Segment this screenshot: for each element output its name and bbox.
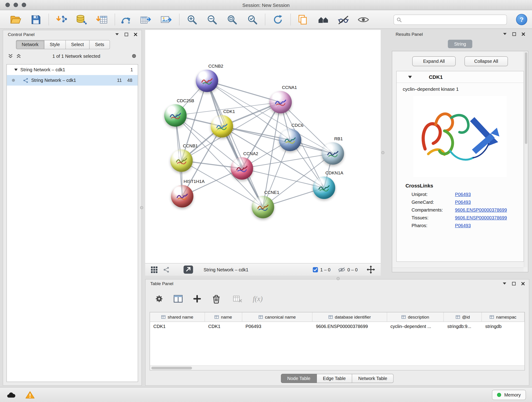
zoom-window-button[interactable] bbox=[22, 3, 26, 7]
tab-node-table[interactable]: Node Table bbox=[281, 374, 317, 383]
table-settings-gear-icon[interactable] bbox=[154, 293, 165, 304]
float-panel-icon[interactable] bbox=[123, 32, 129, 37]
zoom-in-button[interactable] bbox=[185, 12, 200, 27]
import-network-file-button[interactable] bbox=[54, 12, 69, 27]
import-network-database-button[interactable] bbox=[74, 12, 89, 27]
search-input[interactable] bbox=[404, 17, 504, 22]
crosslink-link[interactable]: P06493 bbox=[455, 192, 471, 197]
network-node-cdk1[interactable] bbox=[211, 115, 233, 138]
network-node-ccnb1[interactable] bbox=[170, 149, 193, 172]
grid-view-icon[interactable] bbox=[151, 266, 158, 273]
crosslink-link[interactable]: P06493 bbox=[455, 200, 471, 205]
close-panel-icon[interactable] bbox=[133, 32, 138, 37]
detach-view-button[interactable] bbox=[183, 265, 193, 274]
results-vertical-scrollbar[interactable] bbox=[524, 51, 527, 267]
network-node-rb1[interactable] bbox=[322, 142, 344, 165]
column-header-name[interactable]: name bbox=[205, 313, 242, 322]
add-column-plus-icon[interactable] bbox=[192, 293, 203, 304]
horizontal-splitter-handle[interactable] bbox=[336, 277, 340, 280]
network-row[interactable]: String Network – cdk1 11 48 bbox=[7, 75, 138, 85]
disclosure-triangle-icon[interactable] bbox=[14, 69, 18, 71]
left-splitter-handle[interactable] bbox=[140, 206, 143, 209]
export-network-button[interactable] bbox=[138, 12, 153, 27]
tab-network[interactable]: Network bbox=[16, 40, 44, 49]
search-box[interactable] bbox=[394, 15, 507, 25]
refresh-button[interactable] bbox=[270, 12, 285, 27]
import-table-button[interactable] bbox=[95, 12, 109, 27]
tab-sets[interactable]: Sets bbox=[89, 40, 110, 49]
zoom-selected-button[interactable] bbox=[245, 12, 260, 27]
function-builder-button[interactable]: f(x) bbox=[253, 294, 263, 303]
column-header-database-identifier[interactable]: database identifier bbox=[312, 313, 387, 322]
pan-crosshair-icon[interactable] bbox=[366, 265, 375, 274]
network-collection-row[interactable]: String Network – cdk1 1 bbox=[7, 64, 138, 75]
scrollbar-thumb[interactable] bbox=[151, 366, 192, 369]
network-node-cdc25b[interactable] bbox=[164, 104, 187, 127]
export-image-button[interactable] bbox=[158, 12, 173, 27]
help-button[interactable]: ? bbox=[516, 14, 527, 25]
collapse-panel-icon[interactable] bbox=[502, 31, 508, 37]
network-node-cdkn1a[interactable] bbox=[313, 177, 335, 199]
zoom-out-button[interactable] bbox=[205, 12, 220, 27]
open-session-button[interactable] bbox=[8, 12, 23, 27]
crosslink-link[interactable]: P06493 bbox=[455, 223, 471, 228]
network-small-icon[interactable] bbox=[163, 266, 170, 273]
table-row[interactable]: CDK1CDK1P064939606.ENSP00000378699cyclin… bbox=[150, 322, 525, 331]
copy-document-button[interactable] bbox=[295, 12, 310, 27]
network-node-ccna2[interactable] bbox=[231, 157, 253, 180]
disclosure-triangle-icon[interactable] bbox=[408, 76, 412, 78]
tab-string[interactable]: String bbox=[448, 40, 472, 48]
results-horizontal-scrollbar[interactable] bbox=[393, 268, 524, 272]
show-eye-button[interactable] bbox=[356, 12, 371, 27]
cloud-button[interactable] bbox=[5, 390, 17, 400]
tab-network-table[interactable]: Network Table bbox=[352, 374, 394, 383]
save-session-button[interactable] bbox=[28, 12, 43, 27]
gear-icon[interactable] bbox=[131, 53, 137, 59]
network-view-canvas[interactable]: CCNB2CCNA1CDC25BCDK1CDC6RB1CCNB1CCNA2CDK… bbox=[145, 30, 381, 263]
collapse-panel-icon[interactable] bbox=[502, 281, 507, 286]
column-header-namespac[interactable]: namespac bbox=[482, 313, 525, 322]
network-node-ccne1[interactable] bbox=[252, 196, 274, 218]
tab-edge-table[interactable]: Edge Table bbox=[317, 374, 352, 383]
collapse-all-button[interactable]: Collapse All bbox=[464, 56, 508, 66]
zoom-fit-button[interactable] bbox=[225, 12, 239, 27]
warnings-button[interactable] bbox=[24, 390, 36, 400]
network-node-ccna1[interactable] bbox=[269, 91, 292, 114]
column-header-description[interactable]: description bbox=[387, 313, 444, 322]
memory-button[interactable]: Memory bbox=[492, 390, 526, 400]
delete-column-trash-icon[interactable] bbox=[211, 293, 222, 304]
column-header-shared-name[interactable]: shared name bbox=[150, 313, 205, 322]
hidden-nodes-indicator[interactable]: 0 – 0 bbox=[338, 267, 358, 273]
close-window-button[interactable] bbox=[6, 3, 10, 7]
network-name: String Network – cdk1 bbox=[31, 78, 76, 83]
table-header-row: shared namenamecanonical namedatabase id… bbox=[150, 313, 525, 322]
float-panel-icon[interactable] bbox=[511, 281, 516, 286]
close-panel-icon[interactable] bbox=[520, 31, 526, 37]
network-node-cdc6[interactable] bbox=[279, 128, 301, 151]
network-node-ccnb2[interactable] bbox=[196, 70, 218, 92]
expand-all-chevron-icon[interactable] bbox=[16, 53, 22, 59]
column-header-canonical-name[interactable]: canonical name bbox=[242, 313, 312, 322]
tab-select[interactable]: Select bbox=[66, 40, 89, 49]
new-network-from-selection-button[interactable] bbox=[119, 12, 133, 27]
expand-all-button[interactable]: Expand All bbox=[412, 56, 456, 66]
right-splitter-handle[interactable] bbox=[381, 151, 384, 154]
selected-nodes-indicator[interactable]: 1 – 0 bbox=[312, 267, 331, 273]
column-icon bbox=[161, 315, 165, 319]
network-node-hist1h1a[interactable] bbox=[171, 185, 193, 207]
close-panel-icon[interactable] bbox=[520, 281, 526, 286]
table-horizontal-scrollbar[interactable] bbox=[150, 365, 525, 370]
tab-style[interactable]: Style bbox=[44, 40, 65, 49]
crosslink-link[interactable]: 9606.ENSP00000378699 bbox=[455, 215, 507, 220]
column-header-@id[interactable]: @id bbox=[444, 313, 482, 322]
collapse-all-chevron-icon[interactable] bbox=[8, 53, 13, 59]
column-header-label: canonical name bbox=[265, 314, 296, 319]
collapse-panel-icon[interactable] bbox=[114, 32, 120, 37]
minimize-window-button[interactable] bbox=[13, 3, 18, 7]
home-button[interactable] bbox=[316, 12, 331, 27]
float-panel-icon[interactable] bbox=[511, 31, 517, 37]
hide-glasses-button[interactable] bbox=[336, 12, 351, 27]
gene-section-header[interactable]: CDK1 bbox=[397, 71, 524, 83]
crosslink-link[interactable]: 9606.ENSP00000378699 bbox=[455, 207, 507, 212]
show-columns-icon[interactable] bbox=[173, 293, 184, 304]
